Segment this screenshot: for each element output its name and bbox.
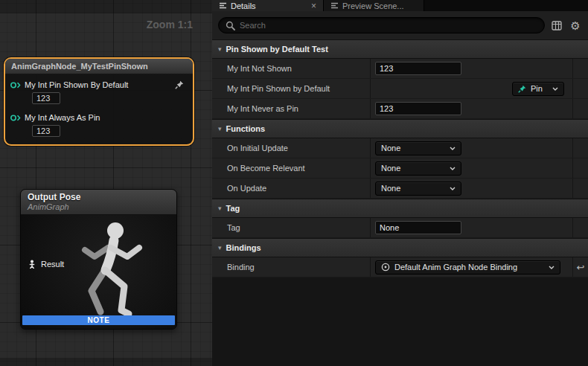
chevron-down-icon	[450, 187, 456, 190]
category-header-tag[interactable]: ▾ Tag	[212, 199, 588, 218]
tag-value-input[interactable]	[375, 221, 461, 234]
property-row: My Int Pin Shown by Default Pin	[212, 79, 588, 99]
reset-to-default-icon[interactable]: ↩	[577, 263, 585, 272]
property-label: On Update	[227, 184, 266, 193]
category-title: Functions	[226, 124, 266, 133]
dropdown-value: Default Anim Graph Node Binding	[394, 263, 517, 272]
binding-dropdown[interactable]: Default Anim Graph Node Binding	[375, 260, 560, 274]
int-pin-icon[interactable]	[10, 114, 21, 122]
property-row: On Become Relevant None	[212, 158, 588, 179]
property-label: On Become Relevant	[227, 164, 305, 173]
unreal-editor-window: Zoom 1:1 AnimGraphNode_MyTestPinShown My…	[0, 0, 588, 366]
property-row: Tag	[212, 218, 588, 238]
chevron-down-icon[interactable]: ▾	[218, 45, 222, 53]
pin-default-value-field[interactable]: 123	[32, 125, 60, 137]
details-tab-icon	[219, 1, 227, 10]
preview-scene-tab-icon	[330, 1, 339, 10]
property-label: My Int Never as Pin	[227, 104, 298, 113]
graph-top-band	[0, 0, 212, 13]
int-value-input[interactable]	[375, 62, 461, 75]
function-dropdown[interactable]: None	[375, 182, 461, 196]
anim-graph-canvas[interactable]: Zoom 1:1 AnimGraphNode_MyTestPinShown My…	[0, 0, 212, 366]
chevron-down-icon[interactable]: ▾	[218, 205, 222, 212]
details-empty-area	[212, 277, 588, 366]
chevron-down-icon[interactable]: ▾	[218, 125, 222, 132]
graph-bottom-band	[0, 358, 212, 366]
anim-graph-node[interactable]: AnimGraphNode_MyTestPinShown My Int Pin …	[4, 57, 194, 146]
chevron-down-icon[interactable]: ▾	[218, 244, 222, 251]
search-input[interactable]	[240, 21, 537, 30]
dropdown-value: Pin	[531, 84, 543, 93]
tab-label: Details	[231, 1, 256, 10]
pose-pin-icon[interactable]	[28, 260, 36, 269]
display-filter-grid-icon[interactable]	[550, 21, 563, 30]
zoom-level-label: Zoom 1:1	[147, 19, 193, 30]
dropdown-value: None	[381, 164, 400, 173]
binding-icon	[381, 263, 390, 272]
property-row: On Update None	[212, 179, 588, 199]
pin-icon	[518, 85, 526, 93]
function-dropdown[interactable]: None	[375, 161, 461, 176]
int-value-input[interactable]	[375, 102, 461, 115]
property-label: Tag	[227, 223, 240, 232]
dropdown-value: None	[381, 184, 400, 193]
search-box[interactable]	[218, 17, 545, 33]
category-header-pin-shown[interactable]: ▾ Pin Shown by Default Test	[212, 39, 588, 59]
chevron-down-icon	[552, 87, 558, 91]
category-title: Pin Shown by Default Test	[226, 45, 328, 54]
category-title: Bindings	[226, 243, 261, 252]
tab-details[interactable]: Details ×	[212, 0, 324, 11]
category-header-functions[interactable]: ▾ Functions	[212, 119, 588, 138]
property-row: On Initial Update None	[212, 138, 588, 158]
node-title-bar[interactable]: Output Pose AnimGraph	[21, 190, 176, 215]
category-header-bindings[interactable]: ▾ Bindings	[212, 238, 588, 257]
tab-preview-scene[interactable]: Preview Scene...	[324, 0, 424, 11]
node-subtitle: AnimGraph	[28, 202, 170, 211]
node-body: Result NOTE	[21, 215, 176, 329]
pin-label: Result	[41, 260, 64, 269]
pin-label: My Int Pin Shown By Default	[25, 80, 128, 89]
chevron-down-icon	[450, 147, 456, 150]
settings-gear-icon[interactable]: ⚙	[569, 20, 582, 31]
chevron-down-icon	[549, 266, 555, 269]
chevron-down-icon	[450, 167, 456, 170]
property-row: My Int Not Shown	[212, 59, 588, 79]
search-icon	[226, 21, 235, 30]
dropdown-value: None	[381, 144, 400, 152]
node-title: AnimGraphNode_MyTestPinShown	[11, 62, 148, 71]
category-title: Tag	[226, 204, 240, 213]
property-row: My Int Never as Pin	[212, 99, 588, 119]
node-title: Output Pose	[28, 192, 170, 202]
details-panel: Details × Preview Scene... ⚙	[212, 0, 588, 366]
property-row: Binding Default Anim Graph Node Binding …	[212, 257, 588, 277]
pin-dropdown[interactable]: Pin	[512, 82, 564, 96]
property-label: My Int Not Shown	[227, 64, 292, 73]
pin-label: My Int Always As Pin	[25, 113, 100, 122]
mannequin-preview-image	[51, 215, 170, 327]
search-toolbar: ⚙	[212, 11, 588, 39]
panel-tab-bar: Details × Preview Scene...	[212, 0, 588, 11]
note-banner[interactable]: NOTE	[22, 315, 175, 325]
node-title-bar[interactable]: AnimGraphNode_MyTestPinShown	[5, 59, 193, 74]
pin-visibility-toggle-icon[interactable]	[175, 80, 184, 89]
int-pin-icon[interactable]	[10, 81, 21, 89]
property-label: My Int Pin Shown by Default	[227, 84, 330, 93]
tab-label: Preview Scene...	[342, 1, 404, 10]
pin-default-value-field[interactable]: 123	[32, 92, 60, 104]
node-body: My Int Pin Shown By Default 123 My Int A…	[5, 74, 193, 144]
output-pose-node[interactable]: Output Pose AnimGraph Result	[20, 189, 177, 330]
function-dropdown[interactable]: None	[375, 141, 461, 155]
property-label: On Initial Update	[227, 144, 288, 152]
property-label: Binding	[227, 263, 255, 272]
close-tab-icon[interactable]: ×	[311, 1, 316, 10]
